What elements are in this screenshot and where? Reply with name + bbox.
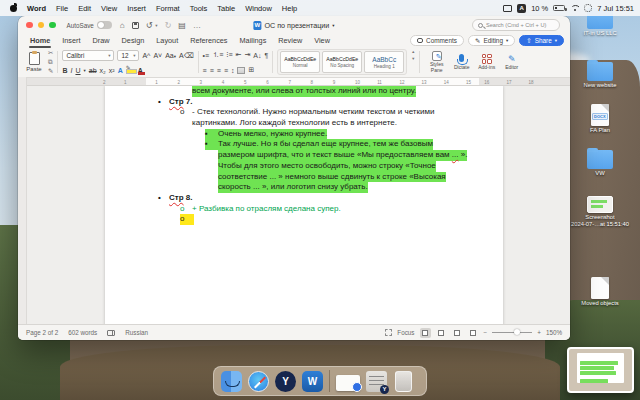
keyboard-layout-icon[interactable]: A (517, 4, 526, 13)
font-color-button[interactable]: A (138, 67, 143, 74)
document-title[interactable]: W ОС по презентации ▾ (253, 21, 334, 30)
text-effects-button[interactable]: A (118, 67, 123, 74)
wifi-icon[interactable] (570, 5, 579, 12)
borders-icon[interactable]: ⊞ (248, 66, 254, 74)
zoom-level[interactable]: 150% (546, 329, 562, 336)
multilevel-list-icon[interactable]: ⁝≡ (226, 51, 232, 59)
proofing-icon[interactable] (107, 330, 115, 336)
battery-icon[interactable] (553, 5, 565, 11)
menu-bar-clock[interactable]: 7 Jul 15:51 (597, 4, 634, 13)
style-heading-1[interactable]: AaBbCcHeading 1 (364, 51, 404, 73)
desktop-icon-fa-plan[interactable]: DOCXFA Plan (564, 104, 636, 134)
tab-view[interactable]: View (308, 35, 336, 46)
autosave-control[interactable]: AutoSave (67, 21, 112, 29)
numbering-icon[interactable]: ⒈≡ (212, 50, 223, 60)
home-icon[interactable]: ⌂ (120, 21, 125, 30)
dock-item-trash[interactable] (395, 371, 412, 392)
add-ins-button[interactable]: Add-ins (474, 49, 499, 75)
change-case-icon[interactable]: Aa▾ (165, 52, 176, 59)
style-normal[interactable]: AaBbCcDdEeNormal (280, 51, 320, 73)
underline-button[interactable]: U (75, 67, 80, 74)
save-icon[interactable] (132, 22, 139, 29)
tab-home[interactable]: Home (24, 35, 56, 46)
tab-mailings[interactable]: Mailings (234, 35, 273, 46)
cut-icon[interactable]: ✂ (48, 49, 53, 57)
zoom-out-icon[interactable]: − (484, 329, 488, 336)
editing-mode-button[interactable]: ✎ Editing ▾ (468, 35, 515, 46)
comments-button[interactable]: Comments (410, 35, 464, 46)
redo-icon[interactable]: ↻ (165, 21, 172, 30)
vertical-ruler[interactable] (18, 77, 27, 324)
menu-item-table[interactable]: Table (212, 4, 240, 13)
align-right-icon[interactable]: ≡ (217, 67, 221, 74)
clear-formatting-icon[interactable]: A⌫ (179, 52, 194, 60)
paste-button[interactable]: Paste (22, 49, 46, 75)
desktop-icon-new-website[interactable]: New website (564, 62, 636, 89)
word-count[interactable]: 602 words (68, 329, 97, 336)
desktop-icon-vw[interactable]: VW (564, 150, 636, 177)
tab-insert[interactable]: Insert (56, 35, 86, 46)
draft-view-button[interactable] (468, 328, 479, 338)
focus-icon[interactable] (385, 329, 392, 336)
menu-item-file[interactable]: File (51, 4, 73, 13)
style-no-spacing[interactable]: AaBbCcDdEeNo Spacing (322, 51, 362, 73)
fullscreen-button[interactable] (49, 22, 56, 29)
share-button[interactable]: ⇧ Share ▾ (519, 35, 564, 46)
menu-item-help[interactable]: Help (277, 4, 302, 13)
print-layout-view-button[interactable] (420, 328, 431, 338)
format-painter-icon[interactable]: ✎ (48, 67, 53, 75)
dock-item-screenshot-window[interactable] (336, 375, 360, 391)
styles-gallery-arrows[interactable]: ▲▼ (411, 49, 415, 75)
justify-icon[interactable]: ≡ (224, 67, 228, 74)
autosave-toggle[interactable] (97, 21, 112, 29)
bullets-icon[interactable]: •≡ (203, 52, 210, 59)
document-page[interactable]: всем документе, или слева от толстых лин… (105, 86, 503, 324)
display-icon[interactable] (503, 5, 512, 12)
undo-caret-icon[interactable]: ▾ (155, 23, 157, 28)
screenshot-preview-thumbnail[interactable] (567, 347, 634, 393)
highlight-color-button[interactable] (126, 66, 135, 74)
dictate-button[interactable]: Dictate (449, 49, 474, 75)
menu-item-tools[interactable]: Tools (185, 4, 213, 13)
horizontal-ruler[interactable]: 21123456789101112131415161718 (27, 77, 570, 86)
font-size-combo[interactable]: 12▾ (117, 50, 139, 61)
menu-item-word[interactable]: Word (22, 4, 51, 13)
bold-button[interactable]: B (62, 67, 67, 74)
indent-icon[interactable]: ⇥ (244, 51, 250, 59)
dock-item-word[interactable]: W (302, 371, 323, 392)
outdent-icon[interactable]: ⇤ (236, 51, 242, 59)
dock-item-safari[interactable] (248, 371, 269, 392)
tab-design[interactable]: Design (116, 35, 151, 46)
copy-icon[interactable]: ⧉ (48, 58, 53, 66)
shrink-font-icon[interactable]: A˅ (153, 52, 162, 59)
tab-review[interactable]: Review (272, 35, 308, 46)
more-icon[interactable]: … (193, 21, 201, 30)
apple-menu-icon[interactable] (10, 4, 18, 12)
align-center-icon[interactable]: ≡ (210, 67, 214, 74)
undo-icon[interactable]: ↺ (146, 21, 153, 30)
web-layout-view-button[interactable] (436, 328, 447, 338)
italic-button[interactable]: I (71, 67, 73, 74)
desktop-icon-moved-objects[interactable]: Moved objects (564, 277, 636, 307)
dock-item-finder[interactable] (221, 371, 242, 392)
styles-pane-button[interactable]: Styles Pane (424, 49, 449, 75)
zoom-slider[interactable] (492, 332, 532, 333)
menu-item-window[interactable]: Window (240, 4, 277, 13)
align-left-icon[interactable]: ≡ (203, 67, 207, 74)
font-name-combo[interactable]: Calibri▾ (62, 50, 114, 61)
desktop-icon-screenshot[interactable]: Screenshot 2024-07-…at 15:51:40 (564, 196, 636, 227)
dock-item-yandex-browser[interactable]: Y (275, 371, 296, 392)
print-icon[interactable]: ▤ (178, 21, 186, 30)
tab-references[interactable]: References (184, 35, 233, 46)
grow-font-icon[interactable]: A^ (142, 52, 150, 59)
zoom-in-icon[interactable]: + (537, 329, 541, 336)
line-spacing-icon[interactable]: ↕ (231, 67, 235, 74)
superscript-button[interactable]: x² (109, 67, 115, 74)
minimize-button[interactable] (38, 22, 45, 29)
menu-item-format[interactable]: Format (151, 4, 185, 13)
paragraph-marks-icon[interactable]: ¶ (264, 52, 268, 59)
tab-layout[interactable]: Layout (150, 35, 184, 46)
editor-button[interactable]: ✎Editor (499, 49, 524, 75)
close-button[interactable] (26, 22, 33, 29)
dock-item-downloads-stack[interactable] (366, 371, 387, 392)
